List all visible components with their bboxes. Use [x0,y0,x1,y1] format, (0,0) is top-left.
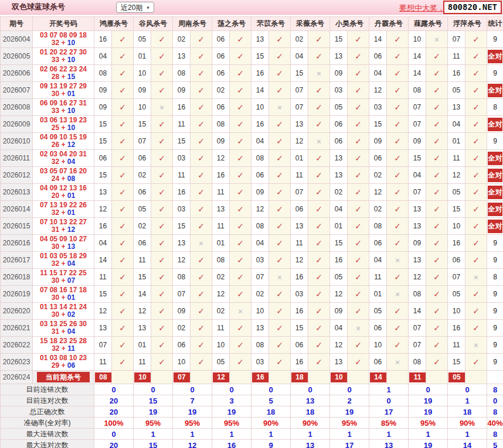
check-icon: ✓ [191,48,212,65]
check-icon: ✓ [465,354,487,371]
period-cell: 2026016 [1,235,33,252]
draw-numbers: 01 20 22 27 3033 + 10 [33,48,94,65]
kill-number: 11 [212,320,230,337]
check-icon: ✓ [191,337,212,354]
kill-number: 15 [251,48,269,65]
check-icon: ✓ [387,133,409,150]
check-icon: ✓ [191,116,212,133]
blue-ball: 04 [67,327,75,336]
summary-stat: 8 [487,406,503,418]
kill-number: 07 [94,337,112,354]
kill-number: 12 [409,269,426,286]
check-icon: ✓ [348,218,369,235]
kill-number: 09 [330,303,348,320]
row-stat: 全对 [487,150,503,167]
blue-ball: 04 [67,259,75,268]
period-cell: 2026020 [1,303,33,320]
check-icon: ✓ [348,235,369,252]
kill-number: 11 [134,252,151,269]
check-icon: ✓ [269,218,291,235]
check-icon: ✓ [151,116,173,133]
check-icon: ✓ [230,48,251,65]
check-icon: ✓ [112,82,134,99]
row-stat: 9 [487,337,503,354]
check-icon: ✓ [230,150,251,167]
cross-icon: × [308,65,330,82]
check-icon: ✓ [426,116,448,133]
kill-number: 08 [409,286,426,303]
period-cell: 2026024 [1,371,33,384]
kill-number: 03 [330,82,348,99]
check-icon: ✓ [348,269,369,286]
blue-ball: 10 [67,107,75,115]
check-icon: ✓ [426,252,448,269]
kill-number: 13 [291,218,308,235]
kill-number: 11 [448,150,465,167]
summary-value: 0 [94,429,134,440]
check-icon: ✓ [112,320,134,337]
kill-number: 07 [409,320,426,337]
check-icon: ✓ [308,269,330,286]
domain-link[interactable]: 800820.NET [443,1,502,14]
summary-value: 95% [173,418,212,429]
blue-ball: 06 [67,361,75,370]
check-icon: ✓ [191,201,212,218]
kill-number: 11 [134,354,151,371]
kill-number: 08 [369,218,387,235]
summary-value: 19 [134,406,173,418]
check-icon: ✓ [151,201,173,218]
period-cell: 2026015 [1,218,33,235]
summary-value: 0 [251,384,291,395]
period-range-select[interactable]: 近20期 ▾ [116,2,154,13]
check-icon: ✓ [387,150,409,167]
kill-number: 04 [251,133,269,150]
summary-value: 95% [409,418,448,429]
table-row: 202600501 20 22 27 3033 + 1004✓01✓13✓06✓… [1,48,503,65]
summary-value: 1 [369,384,409,395]
current-kill-cell: 10 [330,371,348,384]
check-icon: ✓ [151,167,173,184]
kill-number: 12 [94,201,112,218]
summary-value: 95% [134,418,173,429]
kill-number: 08 [251,218,269,235]
draw-numbers: 02 06 22 23 2428 + 15 [33,65,94,82]
summary-value: 19 [212,406,251,418]
check-icon: ✓ [191,218,212,235]
check-icon: ✓ [112,303,134,320]
draw-numbers: 15 18 23 25 2832 + 11 [33,337,94,354]
kill-number: 07 [409,99,426,116]
check-icon: ✓ [112,218,134,235]
kill-number: 15 [94,133,112,150]
kill-number: 14 [409,303,426,320]
blue-ball: 10 [67,39,75,47]
current-empty-cell [387,371,409,384]
kill-number: 08 [173,65,191,82]
table-row: 202600403 07 08 09 1832 + 1016✓05✓02✓06✓… [1,31,503,48]
kill-number: 13 [409,201,426,218]
check-icon: ✓ [387,116,409,133]
check-icon: ✓ [112,167,134,184]
current-kill-cell: 12 [212,371,230,384]
kill-number: 08 [173,269,191,286]
col-expert-4: 芣苡杀号 [251,17,291,31]
check-icon: ✓ [426,337,448,354]
period-cell: 2026005 [1,48,33,65]
top-bar: 双色球蓝球杀号 近20期 ▾ 要想中大奖，天 800820.NET [0,0,503,15]
summary-value: 0 [369,395,409,406]
summary-value: 1 [134,429,173,440]
summary-row: 最大连错次数01111111118 [1,429,503,440]
period-cell: 2026023 [1,354,33,371]
draw-numbers: 01 03 05 18 2932 + 04 [33,252,94,269]
check-icon: ✓ [465,82,487,99]
full-match-badge: 全对 [488,186,502,199]
check-icon: ✓ [387,303,409,320]
check-icon: ✓ [465,252,487,269]
kill-number: 05 [448,82,465,99]
kill-number: 03 [291,286,308,303]
check-icon: ✓ [230,116,251,133]
kill-number: 06 [251,167,269,184]
kill-number: 01 [369,286,387,303]
check-icon: ✓ [465,116,487,133]
current-kill-badge: 05 [448,372,465,382]
cross-icon: × [387,286,409,303]
